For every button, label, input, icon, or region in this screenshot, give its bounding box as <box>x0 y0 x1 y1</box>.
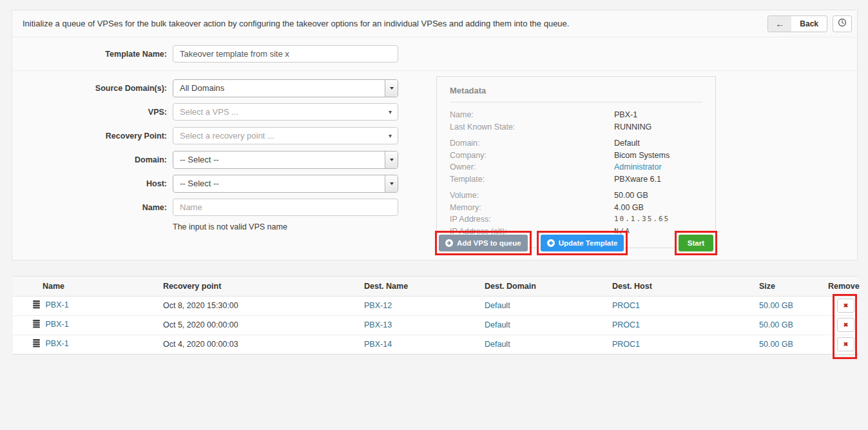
action-buttons-row: Add VPS to queue Update Template Start <box>435 231 717 255</box>
config-body: Source Domain(s): All Domains VPS: Selec… <box>12 71 857 231</box>
dropdown-arrow-icon <box>385 80 398 97</box>
back-button[interactable]: ← Back <box>767 15 827 32</box>
instruction-row: Initialize a queue of VPSes for the bulk… <box>12 10 857 37</box>
metadata-value-volume: 50.00 GB <box>614 190 648 202</box>
remove-button[interactable]: ✖ <box>837 337 854 351</box>
metadata-label: IP Address: <box>450 213 614 226</box>
recovery-point-placeholder: Select a recovery point ... <box>173 131 389 141</box>
metadata-label: Volume: <box>450 190 614 202</box>
dest-name-link[interactable]: PBX-12 <box>364 301 392 310</box>
vps-name-link[interactable]: PBX-1 <box>45 320 68 329</box>
vps-stack-icon <box>33 320 40 330</box>
name-label: Name: <box>12 203 167 212</box>
remove-x-icon: ✖ <box>844 322 849 328</box>
vps-placeholder: Select a VPS ... <box>173 107 389 117</box>
metadata-value-domain: Default <box>614 137 640 150</box>
recovery-point-value: Oct 5, 2020 00:00:00 <box>163 320 238 329</box>
dest-domain-link[interactable]: Default <box>485 301 510 310</box>
metadata-value-company: Bicom Systems <box>614 150 670 162</box>
column-header-dest-host: Dest. Host <box>612 277 759 296</box>
host-label: Host: <box>12 179 167 188</box>
vps-stack-icon <box>33 300 40 311</box>
owner-link[interactable]: Administrator <box>614 161 662 173</box>
caret-down-icon: ▾ <box>389 132 398 139</box>
domain-value: -- Select -- <box>173 155 385 164</box>
dest-name-link[interactable]: PBX-14 <box>364 340 392 349</box>
back-button-label: Back <box>791 16 827 32</box>
size-value: 50.00 GB <box>759 301 793 310</box>
column-header-name: Name <box>13 277 163 296</box>
highlight-box: Update Template <box>537 231 628 255</box>
name-input[interactable] <box>173 199 398 216</box>
takeover-config-panel: Initialize a queue of VPSes for the bulk… <box>12 10 858 260</box>
queue-table: Name Recovery point Dest. Name Dest. Dom… <box>13 276 858 355</box>
recovery-point-select[interactable]: Select a recovery point ... ▾ <box>173 127 398 144</box>
back-arrow-icon: ← <box>768 16 791 32</box>
column-header-size: Size <box>759 277 828 296</box>
recovery-point-value: Oct 8, 2020 15:30:00 <box>163 301 238 310</box>
add-vps-label: Add VPS to queue <box>457 239 521 247</box>
column-header-remove: Remove <box>828 277 858 296</box>
metadata-label: Memory: <box>450 202 614 214</box>
metadata-value-ip: 10.1.35.65 <box>614 213 670 226</box>
metadata-label: Domain: <box>450 137 614 150</box>
dropdown-arrow-icon <box>385 175 398 192</box>
metadata-label: Last Known State: <box>450 121 614 133</box>
column-header-dest-name: Dest. Name <box>364 277 485 296</box>
add-vps-to-queue-button[interactable]: Add VPS to queue <box>439 235 528 251</box>
metadata-label: Company: <box>450 150 614 162</box>
metadata-value-memory: 4.00 GB <box>614 202 644 214</box>
vps-select[interactable]: Select a VPS ... ▾ <box>173 103 398 121</box>
dest-name-link[interactable]: PBX-13 <box>364 320 392 329</box>
remove-button[interactable]: ✖ <box>837 298 854 313</box>
source-domains-value: All Domains <box>173 83 385 93</box>
plus-circle-icon <box>445 239 453 247</box>
start-button[interactable]: Start <box>679 235 713 251</box>
vps-name-link[interactable]: PBX-1 <box>45 300 68 309</box>
dest-host-link[interactable]: PROC1 <box>612 301 640 310</box>
dest-domain-link[interactable]: Default <box>485 320 510 329</box>
table-row: PBX-1 Oct 5, 2020 00:00:00 PBX-13 Defaul… <box>13 315 858 335</box>
metadata-value-name: PBX-1 <box>614 109 637 121</box>
metadata-title: Metadata <box>450 86 702 103</box>
start-label: Start <box>688 239 704 247</box>
metadata-label: Owner: <box>450 161 614 173</box>
template-name-row: Template Name: <box>12 37 857 71</box>
remove-x-icon: ✖ <box>844 341 849 347</box>
dest-host-link[interactable]: PROC1 <box>612 320 640 329</box>
column-header-recovery-point: Recovery point <box>163 277 364 296</box>
dest-host-link[interactable]: PROC1 <box>612 340 640 349</box>
recovery-point-value: Oct 4, 2020 00:00:03 <box>163 340 238 349</box>
update-template-button[interactable]: Update Template <box>541 235 624 251</box>
host-select[interactable]: -- Select -- <box>173 175 398 193</box>
source-domains-select[interactable]: All Domains <box>173 79 398 97</box>
history-button[interactable] <box>833 15 852 32</box>
highlight-box: Start <box>675 231 717 255</box>
domain-label: Domain: <box>12 155 167 164</box>
vps-name-link[interactable]: PBX-1 <box>45 339 68 348</box>
remove-button[interactable]: ✖ <box>837 318 854 332</box>
dropdown-arrow-icon <box>385 151 398 168</box>
caret-down-icon: ▾ <box>389 108 398 115</box>
host-value: -- Select -- <box>173 179 385 188</box>
plus-circle-icon <box>547 239 555 247</box>
table-header-row: Name Recovery point Dest. Name Dest. Dom… <box>13 277 858 296</box>
vps-stack-icon <box>33 339 40 349</box>
instruction-text: Initialize a queue of VPSes for the bulk… <box>23 19 767 28</box>
template-name-input[interactable] <box>173 45 398 63</box>
domain-select[interactable]: -- Select -- <box>173 151 398 169</box>
metadata-panel: Metadata Name:PBX-1 Last Known State:RUN… <box>436 76 716 248</box>
vps-label: VPS: <box>12 108 167 117</box>
table-row: PBX-1 Oct 8, 2020 15:30:00 PBX-12 Defaul… <box>13 296 858 315</box>
top-actions: ← Back <box>767 15 852 32</box>
metadata-value-state: RUNNING <box>614 121 651 133</box>
clock-icon <box>838 18 847 29</box>
template-name-label: Template Name: <box>12 50 167 59</box>
size-value: 50.00 GB <box>759 340 793 349</box>
metadata-value-template: PBXware 6.1 <box>614 173 661 186</box>
dest-domain-link[interactable]: Default <box>485 340 510 349</box>
column-header-dest-domain: Dest. Domain <box>485 277 612 296</box>
recovery-point-label: Recovery Point: <box>12 132 167 141</box>
source-domains-label: Source Domain(s): <box>12 84 167 93</box>
highlight-box: Add VPS to queue <box>435 231 532 255</box>
